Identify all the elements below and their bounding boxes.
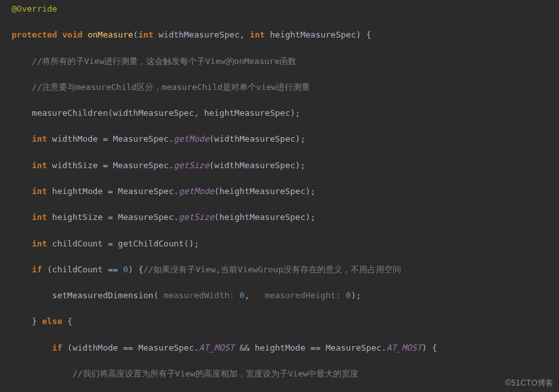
watermark: ©51CTO博客	[505, 377, 554, 389]
call-measurechildren: measureChildren(widthMeasureSpec, height…	[0, 107, 559, 120]
comment-line: //注意要与measureChild区分，measureChild是对单个vie…	[0, 81, 559, 94]
kw-protected-void: protected void	[12, 30, 87, 39]
param-hint: measuredWidth:	[159, 290, 239, 300]
code-editor: @Override protected void onMeasure(int w…	[0, 0, 559, 392]
comment-line: //将所有的子View进行测量，这会触发每个子View的onMeasure函数	[0, 55, 559, 68]
comment-line: //我们将高度设置为所有子View的高度相加，宽度设为子View中最大的宽度	[0, 367, 559, 380]
method-onmeasure: onMeasure	[87, 30, 133, 39]
param-hint: measuredHeight:	[260, 290, 346, 300]
const-at-most: AT_MOST	[199, 343, 235, 353]
code-block: @Override protected void onMeasure(int w…	[0, 3, 559, 392]
annotation-override: @Override	[12, 4, 57, 14]
const-at-most: AT_MOST	[386, 343, 422, 353]
